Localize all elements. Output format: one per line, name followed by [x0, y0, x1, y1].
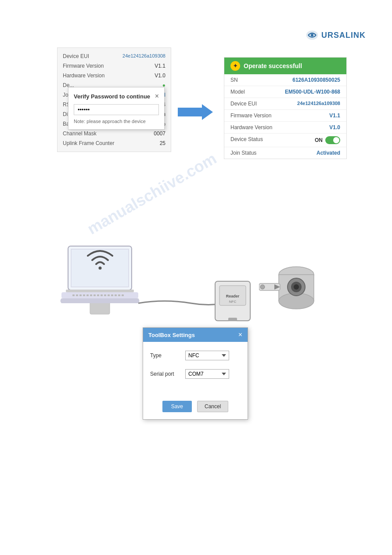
type-select[interactable]: NFC USB: [185, 351, 229, 360]
svg-point-36: [260, 285, 265, 289]
firmware-row: Firmware Version V1.1: [58, 61, 171, 71]
svg-rect-19: [111, 294, 113, 296]
uplink-frame-label: Uplink Frame Counter: [63, 140, 114, 146]
result-firmware-row: Firmware Version V1.1: [224, 110, 346, 122]
toggle-on-label: ON: [315, 137, 323, 143]
model-row: Model EM500-UDL-W100-868: [224, 86, 346, 98]
dialog-close-button[interactable]: ×: [155, 93, 159, 100]
svg-rect-11: [83, 294, 85, 296]
svg-text:Reader: Reader: [226, 294, 240, 298]
serial-port-row: Serial port COM1 COM2 COM3 COM4 COM5 COM…: [150, 369, 241, 379]
result-panel: ✦ Operate successfull SN 6126A1093085002…: [224, 57, 347, 159]
result-device-eui-value: 24e124126a109308: [297, 101, 340, 107]
success-icon: ✦: [230, 61, 240, 71]
toolbox-dialog-header: ToolBox Settings ×: [143, 328, 248, 342]
toolbox-dialog: ToolBox Settings × Type NFC USB Serial p…: [143, 327, 248, 420]
result-join-status-row: Join Status Activated: [224, 147, 346, 159]
channel-mask-label: Channel Mask: [63, 131, 97, 137]
hardware-value: V1.0: [155, 73, 165, 79]
toolbox-dialog-close-button[interactable]: ×: [238, 331, 242, 338]
serial-port-label: Serial port: [150, 371, 185, 377]
svg-rect-17: [104, 294, 106, 296]
sn-value: 6126A10930850025: [292, 77, 340, 83]
svg-rect-13: [90, 294, 92, 296]
svg-rect-18: [108, 294, 110, 296]
uplink-frame-value: 25: [160, 140, 165, 146]
result-device-status-row: Device Status ON: [224, 134, 346, 147]
diagram-area: Reader NFC: [57, 244, 307, 332]
svg-rect-10: [79, 294, 82, 296]
device-eui-label: Device EUI: [63, 53, 89, 59]
toggle-pill[interactable]: [325, 136, 340, 144]
result-hardware-value: V1.0: [329, 124, 340, 131]
svg-rect-16: [101, 294, 103, 296]
toolbox-cancel-button[interactable]: Cancel: [197, 401, 228, 412]
svg-rect-6: [66, 290, 134, 292]
serial-port-select[interactable]: COM1 COM2 COM3 COM4 COM5 COM6 COM7: [185, 369, 229, 379]
svg-rect-23: [90, 302, 110, 314]
logo-icon: [306, 30, 319, 40]
svg-rect-20: [115, 294, 117, 296]
watermark: manualschiive.com: [84, 149, 220, 238]
uplink-frame-row: Uplink Frame Counter 25: [58, 138, 171, 148]
password-input[interactable]: [74, 104, 159, 115]
arrow-right-icon: [178, 104, 213, 120]
model-label: Model: [230, 89, 245, 95]
model-value: EM500-UDL-W100-868: [285, 89, 340, 95]
svg-rect-8: [72, 294, 75, 296]
toolbox-dialog-body: Type NFC USB Serial port COM1 COM2 COM3 …: [143, 342, 248, 396]
result-hardware-row: Hardware Version V1.0: [224, 122, 346, 134]
channel-mask-value: 0007: [154, 131, 165, 137]
channel-mask-row: Channel Mask 0007: [58, 129, 171, 138]
toolbox-dialog-title: ToolBox Settings: [148, 332, 195, 338]
result-join-status-label: Join Status: [230, 150, 256, 156]
firmware-value: V1.1: [155, 63, 165, 69]
logo-area: URSALINK: [306, 30, 366, 40]
toolbox-dialog-footer: Save Cancel: [143, 396, 248, 419]
sn-row: SN 6126A10930850025: [224, 74, 346, 86]
result-firmware-value: V1.1: [329, 112, 340, 119]
result-device-status-label: Device Status: [230, 136, 263, 144]
laptop-illustration: [57, 244, 143, 321]
result-device-eui-label: Device EUI: [230, 101, 257, 107]
svg-rect-14: [94, 294, 96, 296]
arrow-container: [176, 103, 215, 121]
svg-marker-2: [178, 104, 213, 120]
dialog-note: Note: please approach the device: [74, 119, 159, 124]
logo-text: URSALINK: [321, 31, 366, 40]
device-eui-value: 24e124126a109308: [122, 53, 165, 59]
hardware-row: Hardware Version V1.0: [58, 71, 171, 80]
verify-dialog: Verify Password to continue × Note: plea…: [68, 87, 165, 130]
type-row: Type NFC USB: [150, 351, 241, 360]
device-eui-row: Device EUI 24e124126a109308: [58, 51, 171, 61]
success-message: Operate successfull: [244, 62, 302, 69]
result-join-status-value: Activated: [316, 150, 340, 156]
firmware-label: Firmware Version: [63, 63, 104, 69]
svg-point-1: [311, 34, 313, 36]
svg-rect-15: [97, 294, 99, 296]
result-hardware-label: Hardware Version: [230, 124, 272, 131]
dialog-header: Verify Password to continue ×: [74, 93, 159, 100]
svg-rect-12: [86, 294, 89, 296]
svg-point-34: [294, 284, 299, 290]
sn-label: SN: [230, 77, 238, 83]
svg-rect-28: [228, 318, 237, 321]
hardware-label: Hardware Version: [63, 73, 104, 79]
svg-point-5: [99, 267, 102, 270]
dialog-title: Verify Password to continue: [74, 93, 150, 100]
toggle-switch: ON: [315, 136, 340, 144]
svg-rect-22: [122, 294, 124, 296]
toolbox-save-button[interactable]: Save: [162, 401, 192, 412]
result-firmware-label: Firmware Version: [230, 112, 271, 119]
svg-rect-21: [118, 294, 120, 296]
result-device-eui-row: Device EUI 24e124126a109308: [224, 98, 346, 110]
success-bar: ✦ Operate successfull: [224, 58, 346, 74]
svg-text:NFC: NFC: [229, 300, 237, 304]
nfc-reader-illustration: Reader NFC: [213, 279, 252, 323]
sensor-illustration: [259, 257, 325, 319]
type-label: Type: [150, 352, 185, 359]
svg-rect-9: [76, 294, 78, 296]
